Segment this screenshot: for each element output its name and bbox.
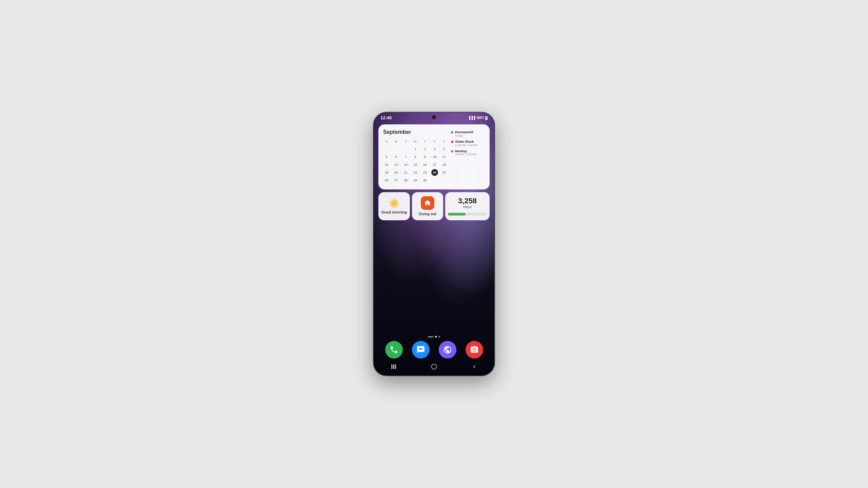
home-icon	[424, 199, 431, 207]
dock-app-messages[interactable]	[412, 341, 430, 359]
home-nav-icon	[431, 363, 437, 370]
steps-progress-bar	[448, 213, 487, 216]
cal-cell: 11	[441, 154, 448, 160]
widgets-area: September S M T W T F S	[374, 122, 494, 223]
calendar-widget[interactable]: September S M T W T F S	[378, 124, 490, 189]
steps-widget[interactable]: 3,258 steps	[445, 192, 490, 220]
cal-cell: 25	[441, 169, 448, 176]
dock-app-camera[interactable]	[466, 341, 483, 359]
calendar-events: Disneyworld All day Shake Shack 11:00 AM…	[451, 129, 485, 185]
cal-cell: 22	[412, 169, 419, 176]
cal-week-3: 19 20 21 22 23 24 25	[383, 169, 448, 176]
event-time: 11:00 AM - 2:00 PM	[455, 144, 485, 147]
event-info: Meeting 3:00 PM - 4:30 PM	[455, 149, 485, 156]
cal-cell: 29	[412, 177, 419, 184]
cal-cell	[402, 146, 409, 152]
cal-cell: 6	[393, 154, 399, 160]
battery-icon: ▓	[485, 116, 488, 120]
cal-cell: 30	[421, 177, 428, 184]
svg-rect-1	[393, 364, 394, 369]
status-bar: 12:45 ▐▐▐ WiFi ▓	[374, 113, 494, 122]
event-title: Meeting	[455, 149, 485, 153]
cal-cell: 28	[402, 177, 409, 184]
page-indicator-3	[438, 336, 440, 338]
calendar-month: September	[383, 129, 448, 135]
recents-icon	[391, 364, 397, 370]
cal-cell: 26	[383, 177, 390, 184]
cal-week-2: 12 13 14 15 16 17 18	[383, 161, 448, 168]
event-disneyworld: Disneyworld All day	[451, 130, 485, 137]
page-indicator-1	[428, 336, 433, 338]
steps-bar-fill	[448, 213, 466, 216]
cal-cell	[393, 146, 399, 152]
status-time: 12:45	[380, 115, 392, 120]
cal-week-1: 1 2 3 4	[383, 146, 448, 152]
weather-widget[interactable]: ☀️ Good morning	[378, 192, 410, 220]
cal-week-4: 26 27 28 29 30	[383, 177, 448, 184]
messages-icon	[416, 345, 425, 354]
cal-cell: 2	[421, 146, 428, 152]
event-dot	[451, 150, 453, 152]
home-mode-widget[interactable]: Going out	[412, 192, 443, 220]
home-icon-wrap	[421, 196, 434, 210]
status-icons: ▐▐▐ WiFi ▓	[468, 116, 488, 120]
cal-cell	[441, 177, 448, 184]
cal-cell: 16	[421, 161, 428, 168]
nav-back-button[interactable]	[468, 361, 481, 372]
phone-icon	[390, 345, 398, 354]
steps-count: 3,258	[458, 197, 477, 205]
nav-recents-button[interactable]	[387, 361, 400, 372]
home-mode-label: Going out	[419, 212, 436, 216]
small-widgets-row: ☀️ Good morning Going out 3,258 steps	[378, 192, 490, 220]
cal-day-w: W	[412, 138, 419, 145]
event-dot	[451, 141, 453, 143]
cal-cell	[431, 177, 438, 184]
event-time: 3:00 PM - 4:30 PM	[455, 153, 485, 156]
cal-cell: 4	[441, 146, 448, 152]
cal-cell: 13	[393, 161, 399, 168]
cal-cell: 1	[412, 146, 419, 152]
phone-device: 12:45 ▐▐▐ WiFi ▓ September S M	[373, 112, 495, 376]
sun-icon: ☀️	[389, 198, 399, 209]
cal-day-f: F	[431, 138, 438, 145]
cal-cell: 21	[402, 169, 409, 176]
cal-cell: 9	[421, 154, 428, 160]
event-title: Disneyworld	[455, 130, 485, 134]
cal-day-s1: S	[383, 138, 390, 145]
cal-cell	[383, 146, 390, 152]
weather-label: Good morning	[381, 210, 407, 215]
cal-week-1b: 5 6 7 8 9 10 11	[383, 154, 448, 160]
cal-cell: 10	[431, 154, 438, 160]
browser-icon	[443, 345, 452, 354]
cal-cell: 23	[421, 169, 428, 176]
cal-day-m: M	[393, 138, 399, 145]
cal-cell-today: 24	[431, 169, 438, 176]
signal-icon: ▐▐▐	[468, 116, 475, 120]
dock-app-phone[interactable]	[385, 341, 403, 359]
cal-cell: 3	[431, 146, 438, 152]
cal-day-t1: T	[402, 138, 409, 145]
cal-cell: 8	[412, 154, 419, 160]
svg-point-3	[431, 364, 436, 369]
cal-cell: 17	[431, 161, 438, 168]
app-dock	[374, 341, 494, 359]
dock-area	[374, 336, 494, 359]
steps-label: steps	[463, 205, 472, 209]
cal-cell: 19	[383, 169, 390, 176]
event-time: All day	[455, 134, 485, 137]
event-shakeshack: Shake Shack 11:00 AM - 2:00 PM	[451, 140, 485, 147]
nav-home-button[interactable]	[427, 361, 441, 372]
event-title: Shake Shack	[455, 140, 485, 144]
page-indicator-2	[435, 336, 437, 338]
camera-icon	[470, 345, 479, 354]
back-icon	[471, 364, 477, 370]
dock-app-browser[interactable]	[439, 341, 456, 359]
cal-cell: 15	[412, 161, 419, 168]
svg-rect-2	[395, 364, 396, 369]
calendar-grid: S M T W T F S 1	[383, 138, 448, 184]
wifi-icon: WiFi	[477, 116, 484, 120]
cal-cell: 5	[383, 154, 390, 160]
event-info: Shake Shack 11:00 AM - 2:00 PM	[455, 140, 485, 147]
event-info: Disneyworld All day	[455, 130, 485, 137]
event-dot	[451, 131, 453, 134]
